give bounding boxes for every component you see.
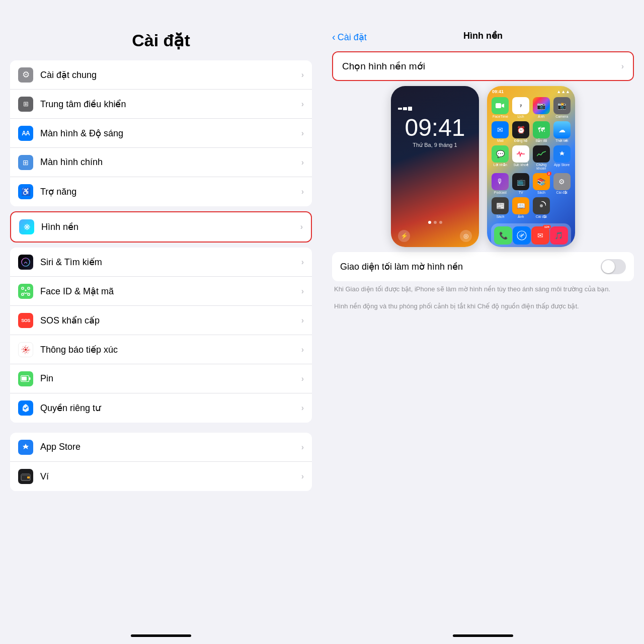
app-stocks: Chứng khoán (532, 145, 551, 170)
lock-screen-preview[interactable]: 09:41 Thứ Ba, 9 tháng 1 ⚡ ◎ (391, 86, 479, 247)
dock-safari-icon (513, 226, 531, 245)
weather-icon: ☁ (553, 121, 571, 138)
settings2-icon (533, 197, 550, 214)
face-id-icon (18, 284, 33, 299)
chevron-siri: › (301, 258, 304, 267)
dark-mode-switch[interactable] (601, 259, 626, 274)
left-panel: Cài đặt ⚙ Cài đặt chung › ⊞ Trung tâm đi… (0, 0, 322, 644)
appletv-label: TV (519, 191, 523, 194)
lock-dot-2 (434, 221, 437, 224)
row-siri[interactable]: Siri & Tìm kiếm › (10, 248, 312, 277)
app-books2: 📖 Ảnh (511, 197, 530, 218)
mail-label: Mail (497, 139, 504, 142)
desc-text-2: Hình nền động và thu phóng phối cảnh bị … (334, 301, 632, 311)
gear-icon: ⚙ (18, 67, 33, 83)
dock-mail-badge: 124 (543, 225, 551, 229)
messages2-label: Sách (496, 215, 504, 218)
row-man-hinh-chinh[interactable]: ⊞ Màn hình chính › (10, 148, 312, 177)
dock-music-icon: 🎵 (550, 226, 568, 245)
facetime-label: FaceTime (493, 115, 508, 118)
label-cai-dat-chung: Cài đặt chung (40, 69, 301, 80)
app-photos: 📷 Ảnh (532, 97, 551, 118)
settings-group-hinh-nen-highlighted: ❋ Hình nền › (10, 211, 312, 243)
lock-status (391, 106, 418, 112)
label-hinh-nen: Hình nền (41, 221, 300, 232)
wallet-icon (18, 469, 33, 484)
right-page-title: Hình nền (463, 30, 503, 41)
privacy-icon (18, 400, 33, 416)
calendar-label: Lịch (517, 115, 524, 118)
home-screen-preview[interactable]: 09:41 ▲▲▲ FaceTime (487, 86, 575, 247)
app-messages2: 📰 Sách (491, 197, 510, 218)
mail-icon: ✉ (492, 121, 509, 138)
siri-icon (18, 255, 33, 270)
settings2-label: Cài đặt (536, 215, 547, 218)
chevron-app-store: › (301, 443, 304, 452)
choose-wallpaper-row[interactable]: Chọn hình nền mới › (333, 52, 633, 80)
stocks-icon (533, 145, 550, 163)
chevron-hinh-nen: › (300, 222, 303, 231)
label-trung-tam: Trung tâm điều khiển (40, 99, 301, 110)
right-spacer (322, 318, 644, 634)
home-icons: ▲▲▲ (556, 89, 570, 94)
clock-icon: ⏰ (512, 121, 529, 138)
app-camera: 📸 Camera (552, 97, 572, 118)
grid-icon: ⊞ (18, 155, 33, 170)
svg-point-19 (540, 204, 543, 207)
row-tro-nang[interactable]: ♿ Trợ năng › (10, 177, 312, 206)
row-pin[interactable]: Pin › (10, 364, 312, 393)
choose-wallpaper-label: Chọn hình nền mới (342, 60, 621, 72)
chevron-man-hinh: › (301, 129, 304, 138)
dock-mail-icon: ✉ 124 (531, 226, 549, 245)
label-quyen-rieng-tu: Quyền riêng tư (40, 403, 301, 414)
dark-mode-toggle-row[interactable]: Giao diện tối làm mờ hình nền (332, 252, 634, 281)
svg-point-6 (25, 348, 27, 351)
back-label: Cài đặt (338, 32, 367, 43)
app-settings2: Cài đặt (532, 197, 551, 218)
chevron-man-hinh-chinh: › (301, 158, 304, 167)
row-vi[interactable]: Ví › (10, 462, 312, 491)
toggle-icon: ⊞ (18, 97, 33, 112)
svg-rect-4 (28, 293, 30, 295)
left-header: Cài đặt (0, 0, 322, 55)
app-facetime: FaceTime (491, 97, 510, 118)
home-time: 09:41 (492, 89, 504, 94)
row-quyen-rieng-tu[interactable]: Quyền riêng tư › (10, 393, 312, 423)
home-dock: 📞 ✉ 124 🎵 (491, 223, 571, 247)
accessibility-icon: ♿ (18, 184, 33, 199)
messages-icon: 💬 (492, 145, 509, 163)
svg-rect-18 (496, 103, 501, 108)
contact-tracing-icon (18, 342, 33, 357)
row-hinh-nen[interactable]: ❋ Hình nền › (11, 212, 311, 242)
row-man-hinh-do-sang[interactable]: AA Màn hình & Độ sáng › (10, 119, 312, 148)
row-face-id[interactable]: Face ID & Mật mã › (10, 277, 312, 306)
health-icon (512, 145, 529, 163)
dark-mode-toggle-section: Giao diện tối làm mờ hình nền (332, 252, 634, 281)
books-badge: 2 (547, 172, 551, 176)
label-man-hinh-do-sang: Màn hình & Độ sáng (40, 128, 301, 139)
label-thong-bao: Thông báo tiếp xúc (40, 344, 301, 355)
row-cai-dat-chung[interactable]: ⚙ Cài đặt chung › (10, 60, 312, 90)
app-appletv: 📺 TV (511, 173, 530, 194)
calendar-icon: 7 (512, 97, 529, 114)
flower-icon: ❋ (19, 219, 34, 234)
lock-dot-1 (428, 221, 431, 224)
svg-rect-15 (398, 108, 402, 110)
app-appstore-home: App Store (552, 145, 572, 170)
row-thong-bao[interactable]: Thông báo tiếp xúc › (10, 335, 312, 364)
label-tro-nang: Trợ năng (40, 186, 301, 197)
dock-phone-icon: 📞 (494, 226, 512, 245)
svg-rect-3 (22, 293, 24, 295)
back-button[interactable]: ‹ Cài đặt (332, 31, 367, 43)
svg-rect-16 (403, 107, 407, 110)
row-app-store[interactable]: App Store › (10, 433, 312, 462)
row-trung-tam[interactable]: ⊞ Trung tâm điều khiển › (10, 90, 312, 119)
facetime-icon (492, 97, 509, 114)
row-sos[interactable]: SOS SOS khẩn cấp › (10, 306, 312, 335)
podcasts-icon: 🎙 (492, 173, 509, 190)
chevron-trung-tam: › (301, 100, 304, 109)
dark-mode-label: Giao diện tối làm mờ hình nền (340, 261, 601, 272)
app-calendar: 7 Lịch (511, 97, 530, 118)
right-home-indicator-area (322, 634, 644, 644)
label-man-hinh-chinh: Màn hình chính (40, 157, 301, 168)
